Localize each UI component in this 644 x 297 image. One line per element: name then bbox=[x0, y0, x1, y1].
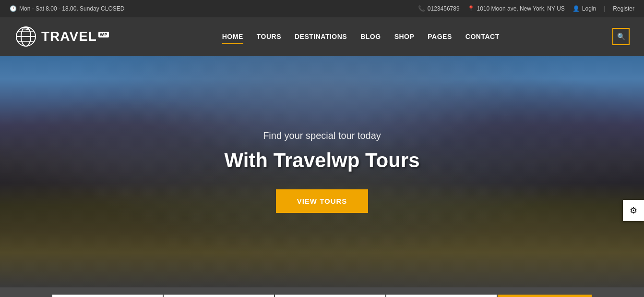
clock-icon: 🕐 bbox=[10, 5, 17, 12]
location-icon: 📍 bbox=[467, 5, 475, 12]
search-bar: Tour Type Adventure Cultural Beach Mount… bbox=[0, 287, 644, 297]
nav-item-blog[interactable]: BLOG bbox=[360, 33, 381, 40]
nav-item-contact[interactable]: CONTACT bbox=[465, 33, 500, 40]
search-tours-button[interactable]: SEARCH TOURS bbox=[498, 295, 592, 297]
hero-content: Find your special tour today With Travel… bbox=[224, 130, 419, 213]
topbar-hours-item: 🕐 Mon - Sat 8.00 - 18.00. Sunday CLOSED bbox=[10, 5, 124, 12]
nav-item-tours[interactable]: TOURS bbox=[257, 33, 281, 40]
tour-name-wrap bbox=[52, 295, 163, 297]
logo[interactable]: WP TRAVELWP bbox=[14, 25, 109, 48]
topbar-address: 1010 Moon ave, New York, NY US bbox=[477, 5, 565, 12]
svg-text:WP: WP bbox=[23, 27, 27, 30]
nav-item-destinations[interactable]: DESTINATIONS bbox=[295, 33, 347, 40]
search-icon: 🔍 bbox=[617, 33, 625, 40]
month-select[interactable]: Month January February March April May J… bbox=[386, 295, 497, 297]
topbar-login[interactable]: Login bbox=[582, 5, 596, 12]
topbar-login-item[interactable]: 👤 Login bbox=[572, 5, 596, 12]
nav-item-shop[interactable]: SHOP bbox=[394, 33, 415, 40]
nav-menu: HOME TOURS DESTINATIONS BLOG SHOP PAGES … bbox=[222, 33, 500, 40]
hero-section: Find your special tour today With Travel… bbox=[0, 56, 644, 287]
topbar: 🕐 Mon - Sat 8.00 - 18.00. Sunday CLOSED … bbox=[0, 0, 644, 17]
topbar-register-item[interactable]: Register bbox=[613, 5, 634, 12]
topbar-divider: | bbox=[604, 5, 605, 12]
hero-title: With Travelwp Tours bbox=[224, 149, 419, 172]
destination-select[interactable]: Destination Europe Asia America Africa bbox=[275, 295, 385, 297]
tour-name-input[interactable] bbox=[52, 295, 163, 297]
nav-item-pages[interactable]: PAGES bbox=[428, 33, 452, 40]
topbar-left: 🕐 Mon - Sat 8.00 - 18.00. Sunday CLOSED bbox=[10, 5, 124, 12]
topbar-phone-item: 📞 0123456789 bbox=[418, 5, 460, 12]
topbar-hours: Mon - Sat 8.00 - 18.00. Sunday CLOSED bbox=[19, 5, 124, 12]
month-wrap: Month January February March April May J… bbox=[386, 295, 497, 297]
logo-label: TRAVELWP bbox=[41, 29, 109, 44]
topbar-phone: 0123456789 bbox=[428, 5, 460, 12]
user-icon: 👤 bbox=[572, 5, 580, 12]
nav-search-button[interactable]: 🔍 bbox=[612, 28, 630, 45]
tour-type-select[interactable]: Tour Type Adventure Cultural Beach Mount… bbox=[164, 295, 274, 297]
topbar-right: 📞 0123456789 📍 1010 Moon ave, New York, … bbox=[418, 5, 634, 12]
settings-panel-button[interactable]: ⚙ bbox=[623, 200, 644, 221]
destination-wrap: Destination Europe Asia America Africa ▼ bbox=[275, 295, 385, 297]
hero-subtitle: Find your special tour today bbox=[224, 130, 419, 141]
gear-icon: ⚙ bbox=[630, 205, 637, 216]
phone-icon: 📞 bbox=[418, 5, 425, 12]
view-tours-button[interactable]: VIEW TOURS bbox=[276, 189, 369, 213]
topbar-register[interactable]: Register bbox=[613, 5, 634, 12]
tour-type-wrap: Tour Type Adventure Cultural Beach Mount… bbox=[164, 295, 274, 297]
globe-icon: WP bbox=[14, 25, 37, 48]
navbar: WP TRAVELWP HOME TOURS DESTINATIONS BLOG… bbox=[0, 17, 644, 56]
nav-item-home[interactable]: HOME bbox=[222, 33, 243, 40]
topbar-address-item: 📍 1010 Moon ave, New York, NY US bbox=[467, 5, 565, 12]
